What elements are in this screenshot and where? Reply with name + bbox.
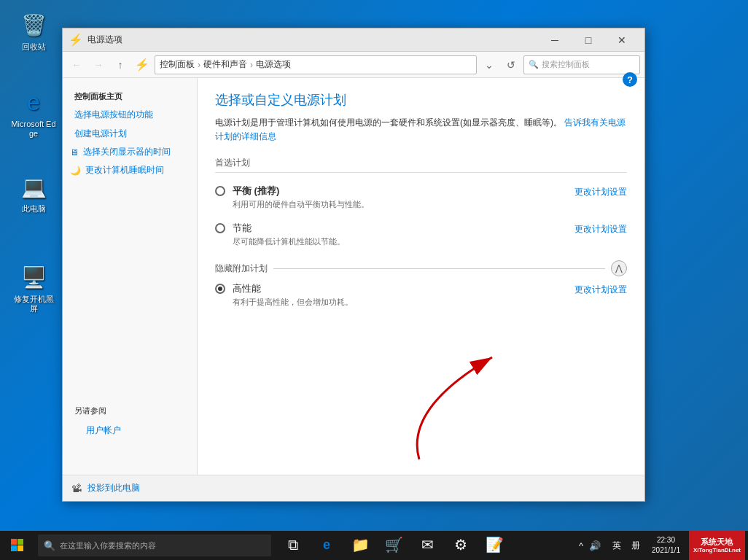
highperf-desc: 有利于提高性能，但会增加功耗。 bbox=[233, 297, 574, 308]
breadcrumb-power: 电源选项 bbox=[256, 58, 291, 71]
balanced-radio-col bbox=[215, 184, 233, 198]
edge-icon: e bbox=[19, 88, 48, 117]
highperf-name: 高性能 bbox=[233, 282, 574, 295]
balanced-desc: 利用可用的硬件自动平衡功耗与性能。 bbox=[233, 199, 574, 210]
highperf-radio-col bbox=[215, 282, 233, 296]
plan-row-highperf: 高性能 有利于提高性能，但会增加功耗。 更改计划设置 bbox=[215, 276, 627, 314]
powersave-info: 节能 尽可能降低计算机性能以节能。 bbox=[233, 222, 574, 247]
maximize-button[interactable]: □ bbox=[572, 28, 605, 52]
main-desc: 电源计划是用于管理计算机如何使用电源的一套硬件和系统设置(如显示器亮度、睡眠等)… bbox=[215, 116, 627, 144]
brand-name: 系统天地 bbox=[701, 537, 733, 547]
desktop-icon-this-pc[interactable]: 💻 此电脑 bbox=[10, 172, 57, 214]
screen-icon: 🖥 bbox=[70, 147, 79, 158]
settings-taskbar-button[interactable]: ⚙ bbox=[445, 532, 477, 559]
recycle-bin-icon: 🗑️ bbox=[19, 10, 48, 39]
sidebar-link-power-btn[interactable]: 选择电源按钮的功能 bbox=[63, 105, 197, 124]
sidebar-user-account[interactable]: 用户帐户 bbox=[74, 421, 185, 440]
svg-rect-2 bbox=[17, 539, 23, 545]
window-controls: ─ □ ✕ bbox=[538, 28, 639, 52]
search-icon: 🔍 bbox=[529, 60, 539, 69]
taskbar-right: ^ 🔊 英 册 22:30 2021/1/1 系统天地 XiTongTianDi… bbox=[574, 531, 748, 560]
word-taskbar-button[interactable]: 📝 bbox=[478, 532, 510, 559]
taskbar-apps: ⧉ e 📁 🛒 ✉ ⚙ 📝 bbox=[277, 532, 510, 559]
back-button[interactable]: ← bbox=[67, 55, 86, 74]
ime-indicator[interactable]: 册 bbox=[628, 540, 643, 552]
forward-button[interactable]: → bbox=[89, 55, 108, 74]
brand-url: XiTongTianDi.net bbox=[693, 547, 741, 554]
sidebar-link-screen-off[interactable]: 🖥 选择关闭显示器的时间 bbox=[63, 143, 197, 161]
system-clock[interactable]: 22:30 2021/1/1 bbox=[647, 535, 685, 556]
taskbar: 🔍 在这里输入你要搜索的内容 ⧉ e 📁 🛒 ✉ ⚙ 📝 ^ 🔊 英 册 22:… bbox=[0, 531, 748, 560]
desktop-icon-recycle-bin[interactable]: 🗑️ 回收站 bbox=[10, 10, 57, 52]
window-body: 控制面板主页 选择电源按钮的功能 创建电源计划 🖥 选择关闭显示器的时间 🌙 更… bbox=[63, 78, 644, 475]
address-bar: ← → ↑ ⚡ 控制面板 › 硬件和声音 › 电源选项 ⌄ ↺ 🔍 搜索控制面板 bbox=[63, 52, 644, 78]
task-view-button[interactable]: ⧉ bbox=[277, 532, 309, 559]
dropdown-button[interactable]: ⌄ bbox=[480, 55, 499, 74]
breadcrumb-panel: 控制面板 bbox=[160, 58, 195, 71]
svg-rect-1 bbox=[11, 539, 17, 545]
edge-label: Microsoft Edge bbox=[10, 120, 57, 139]
hidden-label: 隐藏附加计划 bbox=[215, 262, 268, 275]
svg-rect-3 bbox=[11, 545, 17, 551]
powersave-change-link[interactable]: 更改计划设置 bbox=[574, 222, 627, 236]
highperf-info: 高性能 有利于提高性能，但会增加功耗。 bbox=[233, 282, 574, 308]
taskbar-search-box[interactable]: 🔍 在这里输入你要搜索的内容 bbox=[38, 534, 271, 556]
explorer-taskbar-button[interactable]: 📁 bbox=[344, 532, 376, 559]
desktop-icon-fix-blackscreen[interactable]: 🖥️ 修复开机黑屏 bbox=[10, 262, 57, 314]
brand-box: 系统天地 XiTongTianDi.net bbox=[689, 531, 745, 560]
refresh-button[interactable]: ↺ bbox=[502, 55, 521, 74]
tray-caret-icon[interactable]: ^ bbox=[579, 540, 583, 551]
balanced-change-link[interactable]: 更改计划设置 bbox=[574, 184, 627, 198]
window-bottom-bar: 📽 投影到此电脑 bbox=[63, 475, 644, 501]
mail-taskbar-button[interactable]: ✉ bbox=[411, 532, 443, 559]
balanced-name: 平衡 (推荐) bbox=[233, 184, 574, 198]
volume-icon[interactable]: 🔊 bbox=[589, 540, 601, 551]
powersave-radio[interactable] bbox=[215, 223, 225, 233]
hidden-divider bbox=[273, 268, 605, 269]
start-button[interactable] bbox=[0, 531, 35, 560]
clock-date: 2021/1/1 bbox=[652, 545, 680, 556]
sep1: › bbox=[198, 60, 200, 70]
main-content: 选择或自定义电源计划 电源计划是用于管理计算机如何使用电源的一套硬件和系统设置(… bbox=[198, 78, 644, 475]
sep2: › bbox=[250, 60, 253, 70]
sidebar-link-create-plan[interactable]: 创建电源计划 bbox=[63, 124, 197, 143]
up-button[interactable]: ↑ bbox=[111, 55, 130, 74]
sidebar-link-sleep-time[interactable]: 🌙 更改计算机睡眠时间 bbox=[63, 161, 197, 179]
recycle-bin-label: 回收站 bbox=[10, 42, 57, 52]
highperf-radio[interactable] bbox=[215, 284, 225, 294]
address-path[interactable]: 控制面板 › 硬件和声音 › 电源选项 bbox=[155, 55, 477, 74]
system-tray: ^ 🔊 bbox=[574, 540, 605, 551]
store-taskbar-button[interactable]: 🛒 bbox=[378, 532, 410, 559]
window-title-icon: ⚡ bbox=[69, 33, 83, 47]
screen-off-label: 选择关闭显示器的时间 bbox=[83, 146, 171, 158]
red-arrow bbox=[361, 335, 529, 467]
also-see-section: 另请参阅 用户帐户 bbox=[63, 398, 197, 447]
close-button[interactable]: ✕ bbox=[605, 28, 639, 52]
this-pc-icon: 💻 bbox=[19, 172, 48, 201]
power-options-window: ⚡ 电源选项 ─ □ ✕ ← → ↑ ⚡ 控制面板 › 硬件和声音 › 电源选项… bbox=[62, 28, 645, 502]
sleep-label: 更改计算机睡眠时间 bbox=[85, 164, 164, 176]
project-icon: 📽 bbox=[71, 483, 82, 494]
desktop-icon-edge[interactable]: e Microsoft Edge bbox=[10, 88, 57, 139]
fix-blackscreen-label: 修复开机黑屏 bbox=[10, 295, 57, 314]
language-indicator[interactable]: 英 bbox=[609, 540, 624, 552]
balanced-radio[interactable] bbox=[215, 186, 225, 196]
hidden-toggle-button[interactable]: ⋀ bbox=[611, 260, 627, 276]
powersave-name: 节能 bbox=[233, 222, 574, 235]
powersave-radio-col bbox=[215, 222, 233, 236]
edge-taskbar-button[interactable]: e bbox=[311, 532, 343, 559]
taskbar-search-placeholder: 在这里输入你要搜索的内容 bbox=[60, 540, 156, 551]
highperf-change-link[interactable]: 更改计划设置 bbox=[574, 282, 627, 296]
plan-row-balanced: 平衡 (推荐) 利用可用的硬件自动平衡功耗与性能。 更改计划设置 bbox=[215, 179, 627, 216]
plan-row-powersave: 节能 尽可能降低计算机性能以节能。 更改计划设置 bbox=[215, 216, 627, 253]
help-icon-button[interactable]: ? bbox=[623, 72, 637, 87]
taskbar-search-icon: 🔍 bbox=[44, 540, 55, 551]
svg-rect-4 bbox=[17, 545, 23, 551]
search-box[interactable]: 🔍 搜索控制面板 bbox=[523, 55, 640, 74]
minimize-button[interactable]: ─ bbox=[538, 28, 572, 52]
hidden-section: 隐藏附加计划 ⋀ 高性能 有利于提高性能，但会增加功耗。 更改计划设 bbox=[215, 260, 627, 314]
powersave-desc: 尽可能降低计算机性能以节能。 bbox=[233, 236, 574, 247]
bottom-project-link[interactable]: 投影到此电脑 bbox=[87, 482, 140, 494]
balanced-info: 平衡 (推荐) 利用可用的硬件自动平衡功耗与性能。 bbox=[233, 184, 574, 210]
search-placeholder: 搜索控制面板 bbox=[542, 59, 590, 70]
